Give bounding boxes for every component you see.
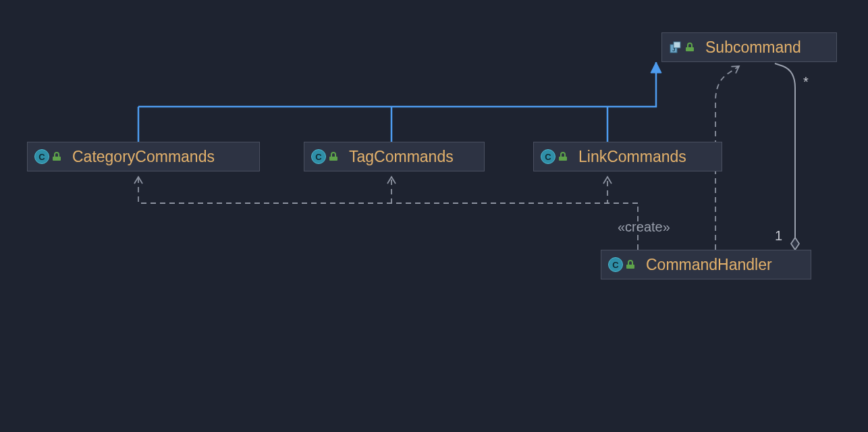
node-subcommand[interactable]: J Subcommand <box>661 32 837 62</box>
svg-rect-3 <box>686 47 694 51</box>
public-icon <box>329 152 338 161</box>
connectors-layer <box>0 0 868 432</box>
node-label: LinkCommands <box>578 148 686 166</box>
stereotype-create: «create» <box>618 219 670 235</box>
public-icon <box>52 152 61 161</box>
create-to-link <box>607 177 638 203</box>
node-subcommand-icons: J <box>669 40 695 54</box>
public-icon <box>626 260 635 269</box>
aggregation-handler-subcommand <box>775 63 795 250</box>
node-handler-icons: C <box>608 257 635 272</box>
node-command-handler[interactable]: C CommandHandler <box>601 250 811 279</box>
node-label: TagCommands <box>349 148 454 166</box>
create-to-category <box>138 177 638 203</box>
node-category-icons: C <box>34 149 61 164</box>
svg-rect-5 <box>329 157 337 161</box>
node-label: CommandHandler <box>646 256 772 274</box>
diagram-canvas: J Subcommand C CategoryCommands <box>0 0 868 432</box>
svg-rect-4 <box>53 157 61 161</box>
multiplicity-one: 1 <box>775 228 782 244</box>
multiplicity-star: * <box>803 74 809 90</box>
node-tag-commands[interactable]: C TagCommands <box>304 142 485 171</box>
node-link-commands[interactable]: C LinkCommands <box>533 142 722 171</box>
create-to-tag <box>391 177 638 203</box>
class-icon: C <box>541 149 555 164</box>
node-link-icons: C <box>541 149 568 164</box>
public-icon <box>685 43 695 52</box>
svg-rect-6 <box>559 157 567 161</box>
svg-rect-7 <box>626 265 634 269</box>
node-tag-icons: C <box>311 149 338 164</box>
svg-text:J: J <box>672 47 675 53</box>
class-icon: C <box>608 257 623 272</box>
class-icon: C <box>34 149 49 164</box>
class-icon: C <box>311 149 326 164</box>
interface-icon: J <box>669 40 682 54</box>
realization-trunk <box>138 62 656 107</box>
node-label: Subcommand <box>705 38 801 57</box>
node-category-commands[interactable]: C CategoryCommands <box>27 142 260 171</box>
public-icon <box>558 152 568 161</box>
node-label: CategoryCommands <box>72 148 215 166</box>
